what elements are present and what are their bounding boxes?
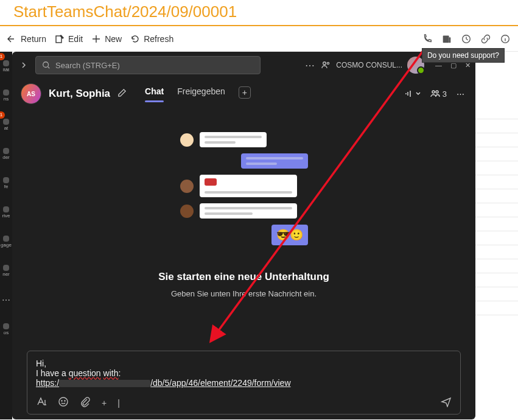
rail-item-calls[interactable]: fe	[0, 169, 12, 198]
chat-header: AS Kurt, Sophia Chat Freigegeben + 3 ⋯	[12, 79, 475, 104]
svg-point-8	[432, 91, 435, 93]
search-placeholder: Search (STRG+E)	[55, 61, 120, 70]
rail-item-engage[interactable]: gage	[0, 227, 12, 256]
svg-point-12	[65, 401, 65, 401]
org-name[interactable]: COSMO CONSUL...	[336, 61, 402, 69]
attach-icon[interactable]	[80, 396, 91, 409]
return-icon	[7, 34, 17, 44]
more-icon[interactable]: ⋯	[304, 60, 315, 71]
tab-shared[interactable]: Freigegeben	[177, 86, 225, 101]
svg-point-7	[327, 62, 329, 64]
compose-toolbar: + |	[36, 396, 452, 409]
redacted-segment	[59, 380, 150, 387]
right-gutter	[475, 52, 518, 419]
rail-item-apps[interactable]: os	[0, 315, 12, 344]
nav-forward-icon[interactable]	[17, 58, 30, 72]
rail-item-calendar[interactable]: der	[0, 139, 12, 169]
rail-item-more[interactable]: ⋯	[0, 285, 12, 315]
add-tab-button[interactable]: +	[239, 86, 251, 99]
app-rail: 1 ität ns 1 at der fe rive gage ner ⋯ os	[0, 52, 12, 419]
refresh-icon	[130, 34, 140, 44]
edit-icon	[55, 34, 65, 44]
plus-icon	[91, 34, 101, 44]
empty-state-subtitle: Geben Sie unten Ihre erste Nachricht ein…	[171, 289, 317, 298]
teams-window: Search (STRG+E) ⋯ COSMO CONSUL... — ▢ ✕ …	[12, 52, 475, 419]
participants-count: 3	[443, 89, 447, 99]
page-title: StartTeamsChat/2024/09/00001	[0, 0, 518, 25]
new-label: New	[105, 34, 122, 44]
audio-settings-icon[interactable]	[404, 89, 421, 99]
tab-chat[interactable]: Chat	[145, 86, 164, 101]
search-icon	[42, 61, 51, 69]
chat-avatar[interactable]: AS	[21, 83, 41, 104]
svg-rect-0	[56, 36, 61, 43]
rail-item-chat[interactable]: 1 at	[0, 110, 12, 139]
host-toolbar: Return Edit New Refresh Do you need supp…	[0, 26, 518, 52]
rail-item-activity[interactable]: 1 ität	[0, 52, 12, 81]
rename-chat-icon[interactable]	[117, 88, 127, 100]
rail-badge: 1	[0, 53, 5, 60]
svg-point-5	[43, 62, 49, 68]
clock-icon[interactable]	[461, 33, 472, 44]
message-compose-box[interactable]: Hi, I have a question with: https://db/5…	[27, 351, 461, 415]
format-icon[interactable]	[36, 396, 47, 409]
compose-more-icon[interactable]: +	[102, 398, 107, 408]
compose-line-1: Hi,	[36, 359, 452, 368]
new-button[interactable]: New	[91, 34, 122, 44]
rail-item-teams[interactable]: ns	[0, 81, 12, 110]
emoji-icon[interactable]	[58, 396, 69, 409]
support-tooltip: Do you need support?	[422, 48, 505, 63]
return-button[interactable]: Return	[7, 34, 46, 44]
empty-state-illustration: 😎🙂	[180, 132, 308, 245]
svg-point-11	[61, 401, 62, 401]
search-input[interactable]: Search (STRG+E)	[35, 56, 261, 74]
refresh-button[interactable]: Refresh	[130, 34, 173, 44]
compose-line-3: https://db/5/app/46/element/2249/form/vi…	[36, 378, 452, 388]
compose-divider-icon: |	[117, 398, 120, 408]
empty-state-title: Sie starten eine neue Unterhaltung	[158, 271, 329, 283]
svg-rect-1	[443, 35, 449, 43]
news-icon[interactable]	[441, 33, 452, 44]
rail-badge: 1	[0, 111, 5, 119]
link-icon[interactable]	[480, 33, 491, 44]
send-button[interactable]	[441, 396, 452, 409]
info-icon[interactable]	[500, 33, 511, 44]
svg-rect-2	[449, 37, 451, 43]
refresh-label: Refresh	[144, 34, 173, 44]
chat-name: Kurt, Sophia	[49, 88, 110, 100]
support-phone-icon[interactable]	[422, 33, 433, 44]
edit-label: Edit	[68, 34, 83, 44]
rail-item-onedrive[interactable]: rive	[0, 198, 12, 227]
chat-more-icon[interactable]: ⋯	[457, 89, 464, 99]
svg-point-10	[59, 397, 68, 406]
svg-point-9	[436, 91, 438, 93]
rail-item-planner[interactable]: ner	[0, 256, 12, 285]
return-label: Return	[21, 34, 46, 44]
svg-point-6	[323, 62, 326, 65]
participants-button[interactable]: 3	[430, 89, 447, 99]
people-icon[interactable]	[320, 60, 331, 71]
teams-titlebar: Search (STRG+E) ⋯ COSMO CONSUL... — ▢ ✕	[12, 52, 475, 79]
chat-empty-state: 😎🙂 Sie starten eine neue Unterhaltung Ge…	[12, 104, 475, 336]
edit-button[interactable]: Edit	[55, 34, 83, 44]
compose-line-2: I have a question with:	[36, 368, 452, 378]
